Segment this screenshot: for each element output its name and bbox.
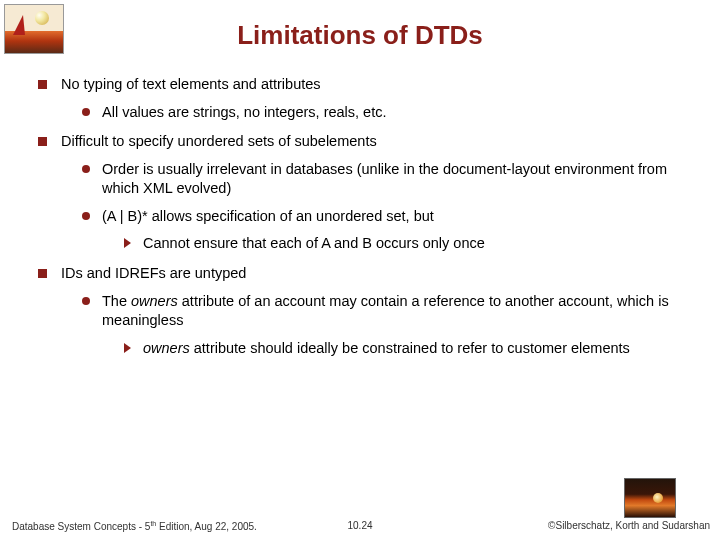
slide-footer: Database System Concepts - 5th Edition, … bbox=[0, 520, 720, 534]
logo-top-left bbox=[4, 4, 64, 54]
disc-bullet-icon bbox=[82, 165, 90, 173]
text-fragment: attribute should ideally be constrained … bbox=[190, 340, 630, 356]
bullet-text: owners attribute should ideally be const… bbox=[143, 339, 690, 359]
logo-bottom-right bbox=[624, 478, 676, 518]
square-bullet-icon bbox=[38, 269, 47, 278]
bullet-text: All values are strings, no integers, rea… bbox=[102, 103, 690, 123]
disc-bullet-icon bbox=[82, 297, 90, 305]
footer-center: 10.24 bbox=[0, 520, 720, 531]
text-fragment: The bbox=[102, 293, 131, 309]
slide-body: No typing of text elements and attribute… bbox=[0, 75, 720, 358]
bullet-text: No typing of text elements and attribute… bbox=[61, 75, 690, 95]
bullet-text: Order is usually irrelevant in databases… bbox=[102, 160, 690, 199]
bullet-text: The owners attribute of an account may c… bbox=[102, 292, 690, 331]
square-bullet-icon bbox=[38, 80, 47, 89]
bullet-text: IDs and IDREFs are untyped bbox=[61, 264, 690, 284]
bullet-text: Difficult to specify unordered sets of s… bbox=[61, 132, 690, 152]
slide-title: Limitations of DTDs bbox=[0, 0, 720, 75]
disc-bullet-icon bbox=[82, 212, 90, 220]
arrow-bullet-icon bbox=[124, 238, 131, 248]
bullet-text: Cannot ensure that each of A and B occur… bbox=[143, 234, 690, 254]
arrow-bullet-icon bbox=[124, 343, 131, 353]
bullet-text: (A | B)* allows specification of an unor… bbox=[102, 207, 690, 227]
text-fragment: attribute of an account may contain a re… bbox=[102, 293, 669, 329]
text-emphasis: owners bbox=[143, 340, 190, 356]
text-emphasis: owners bbox=[131, 293, 178, 309]
disc-bullet-icon bbox=[82, 108, 90, 116]
square-bullet-icon bbox=[38, 137, 47, 146]
